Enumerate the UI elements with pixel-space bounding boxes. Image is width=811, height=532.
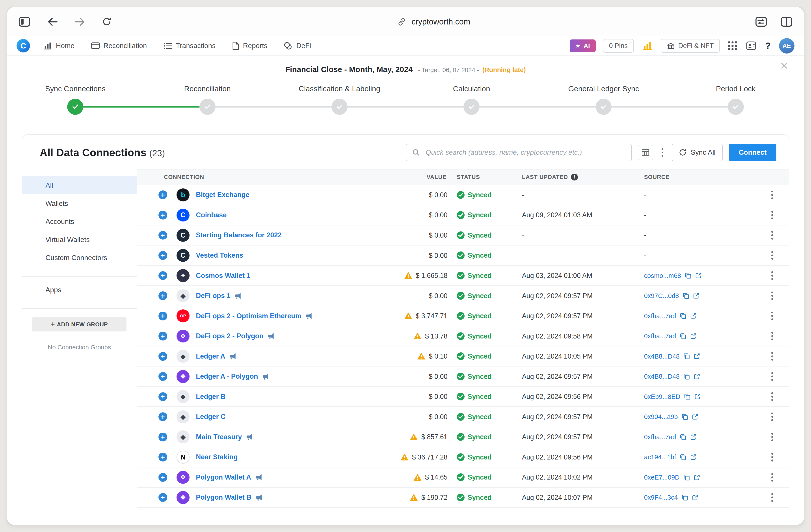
copy-icon[interactable]: [682, 494, 688, 501]
expand-row-button[interactable]: [158, 432, 167, 441]
pins-button[interactable]: 0 Pins: [603, 39, 634, 53]
chart-button[interactable]: [641, 41, 654, 51]
more-options-button[interactable]: [659, 146, 665, 159]
back-button[interactable]: [46, 16, 59, 27]
source-link[interactable]: 0x9F4...3c4: [644, 493, 678, 501]
close-step-period-lock[interactable]: Period Lock: [670, 85, 802, 115]
external-link-icon[interactable]: [690, 333, 697, 339]
browser-settings-button[interactable]: [754, 15, 768, 28]
copy-icon[interactable]: [685, 272, 691, 279]
external-link-icon[interactable]: [692, 494, 699, 501]
row-menu-button[interactable]: [769, 229, 775, 242]
nav-item-transactions[interactable]: Transactions: [164, 42, 216, 50]
row-menu-button[interactable]: [769, 189, 775, 201]
close-step-reconciliation[interactable]: Reconciliation: [141, 85, 274, 115]
connection-link[interactable]: Polygon Wallet A: [196, 473, 251, 481]
connection-link[interactable]: Ledger C: [196, 413, 226, 421]
row-menu-button[interactable]: [769, 310, 775, 322]
connection-link[interactable]: Polygon Wallet B: [196, 493, 251, 501]
split-view-button[interactable]: [780, 15, 793, 28]
source-link[interactable]: 0x4B8...D48: [644, 373, 679, 380]
sidebar-item-virtual-wallets[interactable]: Virtual Wallets: [22, 230, 137, 248]
row-menu-button[interactable]: [769, 451, 775, 463]
expand-row-button[interactable]: [158, 453, 167, 461]
source-link[interactable]: ac194...1bf: [644, 453, 676, 461]
help-button[interactable]: ?: [764, 40, 772, 52]
close-step-classification-labeling[interactable]: Classification & Labeling: [274, 85, 406, 115]
row-menu-button[interactable]: [769, 471, 775, 484]
copy-icon[interactable]: [680, 434, 687, 441]
connect-button[interactable]: Connect: [729, 144, 776, 161]
info-icon[interactable]: [571, 174, 578, 181]
row-menu-button[interactable]: [769, 350, 775, 363]
copy-icon[interactable]: [682, 413, 688, 420]
row-menu-button[interactable]: [769, 390, 775, 403]
external-link-icon[interactable]: [693, 373, 700, 380]
external-link-icon[interactable]: [690, 454, 697, 460]
address-bar[interactable]: cryptoworth.com: [113, 16, 754, 27]
source-link[interactable]: 0xEb9...8ED: [644, 393, 680, 400]
expand-row-button[interactable]: [158, 412, 167, 421]
defi-nft-button[interactable]: DeFi & NFT: [661, 39, 720, 53]
expand-row-button[interactable]: [158, 231, 167, 240]
copy-icon[interactable]: [683, 292, 689, 299]
connection-link[interactable]: DeFi ops 1: [196, 292, 230, 300]
row-menu-button[interactable]: [769, 209, 775, 221]
expand-row-button[interactable]: [158, 271, 167, 280]
expand-row-button[interactable]: [158, 251, 167, 260]
external-link-icon[interactable]: [693, 292, 700, 299]
source-link[interactable]: 0xfba...7ad: [644, 312, 676, 320]
source-link[interactable]: 0xfba...7ad: [644, 332, 676, 340]
copy-icon[interactable]: [683, 373, 690, 380]
close-step-sync-connections[interactable]: Sync Connections: [9, 85, 141, 115]
source-link[interactable]: 0xeE7...09D: [644, 474, 679, 481]
expand-row-button[interactable]: [158, 311, 167, 320]
sidebar-item-all[interactable]: All: [22, 176, 137, 194]
external-link-icon[interactable]: [693, 474, 700, 481]
sidebar-item-wallets[interactable]: Wallets: [22, 194, 137, 212]
nav-item-defi[interactable]: DeFi: [284, 42, 311, 50]
search-input[interactable]: [425, 148, 625, 157]
external-link-icon[interactable]: [690, 313, 697, 319]
row-menu-button[interactable]: [769, 431, 775, 443]
row-menu-button[interactable]: [769, 249, 775, 262]
connection-link[interactable]: DeFi ops 2 - Polygon: [196, 332, 263, 340]
expand-row-button[interactable]: [158, 352, 167, 361]
source-link[interactable]: 0x4B8...D48: [644, 353, 679, 360]
row-menu-button[interactable]: [769, 491, 775, 504]
add-group-button[interactable]: ADD NEW GROUP: [32, 317, 126, 332]
nav-item-reconciliation[interactable]: Reconciliation: [91, 42, 147, 50]
external-link-icon[interactable]: [694, 393, 701, 400]
banner-close-button[interactable]: [778, 62, 790, 70]
expand-row-button[interactable]: [158, 332, 167, 340]
row-menu-button[interactable]: [769, 411, 775, 423]
copy-icon[interactable]: [680, 454, 687, 460]
copy-icon[interactable]: [683, 474, 690, 481]
expand-row-button[interactable]: [158, 473, 167, 482]
close-step-calculation[interactable]: Calculation: [406, 85, 537, 115]
source-link[interactable]: 0xfba...7ad: [644, 433, 676, 441]
copy-icon[interactable]: [680, 333, 687, 339]
apps-grid-button[interactable]: [727, 40, 738, 51]
connection-link[interactable]: Main Treasury: [196, 433, 242, 441]
row-menu-button[interactable]: [769, 370, 775, 383]
table-view-button[interactable]: [638, 145, 653, 160]
connection-link[interactable]: Near Staking: [196, 453, 238, 461]
external-link-icon[interactable]: [695, 272, 702, 279]
connection-link[interactable]: Bitget Exchange: [196, 191, 249, 199]
connection-link[interactable]: Coinbase: [196, 211, 227, 219]
expand-row-button[interactable]: [158, 372, 167, 381]
connection-link[interactable]: DeFi ops 2 - Optimism Ethereum: [196, 312, 301, 320]
expand-row-button[interactable]: [158, 191, 167, 199]
external-link-icon[interactable]: [693, 353, 700, 360]
source-link[interactable]: cosmo...m68: [644, 272, 681, 279]
cryptoworth-logo[interactable]: C: [17, 39, 30, 52]
sidebar-toggle-button[interactable]: [18, 15, 31, 28]
connection-link[interactable]: Ledger A: [196, 352, 225, 360]
expand-row-button[interactable]: [158, 493, 167, 502]
ai-button[interactable]: ★ AI: [570, 40, 596, 52]
external-link-icon[interactable]: [690, 434, 697, 441]
sidebar-item-custom-connectors[interactable]: Custom Connectors: [22, 248, 137, 267]
sidebar-item-apps[interactable]: Apps: [22, 281, 137, 299]
close-step-general-ledger-sync[interactable]: General Ledger Sync: [537, 85, 670, 115]
